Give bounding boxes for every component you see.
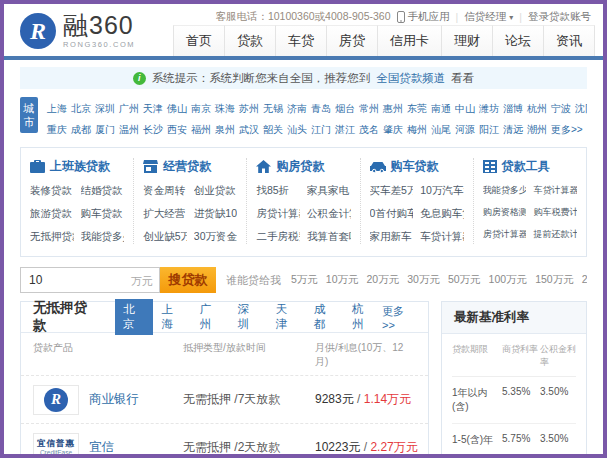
city-link[interactable]: 宁波 (550, 99, 572, 118)
city-link[interactable]: 济南 (286, 99, 308, 118)
category-link[interactable]: 购车贷款 (81, 207, 125, 221)
city-link[interactable]: 佛山 (166, 99, 188, 118)
city-link[interactable]: 北京 (70, 99, 92, 118)
quick-amount-link[interactable]: 10万元 (326, 273, 359, 287)
city-link[interactable]: 长沙 (142, 120, 164, 139)
city-tab-active[interactable]: 北京 (115, 299, 153, 335)
nav-tab[interactable]: 车贷 (275, 25, 326, 56)
nav-tab[interactable]: 首页 (173, 25, 224, 56)
city-link[interactable]: 无锡 (262, 99, 284, 118)
category-link[interactable]: 家用新车 (370, 230, 414, 244)
category-link[interactable]: 二手房税费 (256, 230, 300, 244)
category-link[interactable]: 无抵押贷款 (30, 230, 74, 244)
quick-amount-link[interactable]: 5万元 (291, 273, 318, 287)
category-link[interactable]: 找85折 (256, 184, 300, 198)
city-link[interactable]: 泉州 (214, 120, 236, 139)
nav-tab[interactable]: 信用卡 (377, 25, 441, 56)
city-link[interactable]: 苏州 (238, 99, 260, 118)
category-link[interactable]: 车贷计算器 (420, 230, 464, 244)
city-link[interactable]: 潮州 (526, 120, 548, 139)
mobile-app-link[interactable]: 手机应用 (397, 10, 450, 24)
city-link[interactable]: 更多>> (550, 120, 584, 139)
city-link[interactable]: 常州 (358, 99, 380, 118)
quick-amount-link[interactable]: 100万元 (489, 273, 528, 287)
nav-tab[interactable]: 论坛 (492, 25, 543, 56)
city-link[interactable]: 汕尾 (430, 120, 452, 139)
city-link[interactable]: 西安 (166, 120, 188, 139)
nav-tab[interactable]: 理财 (441, 25, 492, 56)
category-link[interactable]: 旅游贷款 (30, 207, 74, 221)
city-link[interactable]: 福州 (190, 120, 212, 139)
category-link[interactable]: 房贷计算器 (483, 228, 527, 241)
category-link[interactable]: 买车差5万 (370, 184, 414, 198)
category-link[interactable]: 进货缺10万 (194, 207, 238, 221)
quick-amount-link[interactable]: 50万元 (448, 273, 481, 287)
quick-amount-link[interactable]: 200万元 (582, 273, 587, 287)
city-link[interactable]: 阳江 (478, 120, 500, 139)
category-link[interactable]: 30万资金周转 (194, 230, 238, 244)
category-link[interactable]: 购房资格测试器 (483, 206, 527, 219)
city-link[interactable]: 天津 (142, 99, 164, 118)
loan-product-link[interactable]: 宜信 (89, 439, 114, 456)
city-tab[interactable]: 深圳 (230, 299, 268, 335)
rong360-logo[interactable]: R 融360 RONG360.COM (20, 13, 135, 49)
category-link[interactable]: 结婚贷款 (81, 184, 125, 198)
category-link[interactable]: 我能贷多少 (483, 184, 527, 197)
quick-amount-link[interactable]: 20万元 (367, 273, 400, 287)
city-link[interactable]: 南京 (190, 99, 212, 118)
category-link[interactable]: 家具家电 (307, 184, 351, 198)
city-link[interactable]: 重庆 (46, 120, 68, 139)
city-link[interactable]: 淄博 (502, 99, 524, 118)
city-link[interactable]: 梅州 (406, 120, 428, 139)
category-link[interactable]: 扩大经营 (143, 207, 187, 221)
category-link[interactable]: 0首付购车贷 (370, 207, 414, 221)
city-tab[interactable]: 杭州 (344, 299, 382, 335)
category-link[interactable]: 房贷计算器 (256, 207, 300, 221)
city-tab[interactable]: 上海 (153, 299, 191, 335)
city-link[interactable]: 韶关 (262, 120, 284, 139)
city-link[interactable]: 武汉 (238, 120, 260, 139)
city-link[interactable]: 河源 (454, 120, 476, 139)
category-link[interactable]: 装修贷款 (30, 184, 74, 198)
national-loan-channel-link[interactable]: 全国贷款频道 (376, 71, 445, 86)
city-link[interactable]: 中山 (454, 99, 476, 118)
more-loans-link[interactable]: 更多>> (382, 304, 416, 331)
city-link[interactable]: 青岛 (310, 99, 332, 118)
city-link[interactable]: 肇庆 (382, 120, 404, 139)
quick-amount-link[interactable]: 150万元 (535, 273, 574, 287)
credit-manager-menu[interactable]: 信贷经理 ▾ (464, 10, 513, 24)
quick-amount-link[interactable]: 30万元 (407, 273, 440, 287)
city-link[interactable]: 江门 (310, 120, 332, 139)
category-link[interactable]: 公积金计算器 (307, 207, 351, 221)
category-link[interactable]: 10万汽车贷 (420, 184, 464, 198)
category-title[interactable]: 购车贷款 (391, 158, 439, 175)
category-link[interactable]: 车贷计算器 (533, 184, 577, 197)
category-link[interactable]: 购车税费计算器 (533, 206, 577, 219)
loan-product-link[interactable]: 商业银行 (89, 391, 139, 408)
city-link[interactable]: 烟台 (334, 99, 356, 118)
city-link[interactable]: 沈阳 (574, 99, 587, 118)
city-link[interactable]: 汕头 (286, 120, 308, 139)
category-link[interactable]: 创业贷款 (194, 184, 238, 198)
category-link[interactable]: 资金周转 (143, 184, 187, 198)
city-link[interactable]: 温州 (118, 120, 140, 139)
category-title[interactable]: 贷款工具 (502, 158, 550, 175)
category-link[interactable]: 创业缺5万 (143, 230, 187, 244)
category-link[interactable]: 免息购车贷 (420, 207, 464, 221)
city-tab[interactable]: 天津 (268, 299, 306, 335)
nav-tab[interactable]: 房贷 (326, 25, 377, 56)
category-link[interactable]: 提前还款计算器 (533, 228, 577, 241)
city-tab[interactable]: 广州 (192, 299, 230, 335)
category-title[interactable]: 购房贷款 (276, 158, 324, 175)
city-link[interactable]: 成都 (70, 120, 92, 139)
city-link[interactable]: 南通 (430, 99, 452, 118)
city-link[interactable]: 茂名 (358, 120, 380, 139)
category-title[interactable]: 经营贷款 (163, 158, 211, 175)
category-link[interactable]: 我算首套吗 (307, 230, 351, 244)
city-link[interactable]: 珠海 (214, 99, 236, 118)
category-link[interactable]: 我能贷多少 (81, 230, 125, 244)
city-link[interactable]: 湛江 (334, 120, 356, 139)
city-link[interactable]: 潍坊 (478, 99, 500, 118)
city-tab[interactable]: 成都 (306, 299, 344, 335)
city-link[interactable]: 厦门 (94, 120, 116, 139)
